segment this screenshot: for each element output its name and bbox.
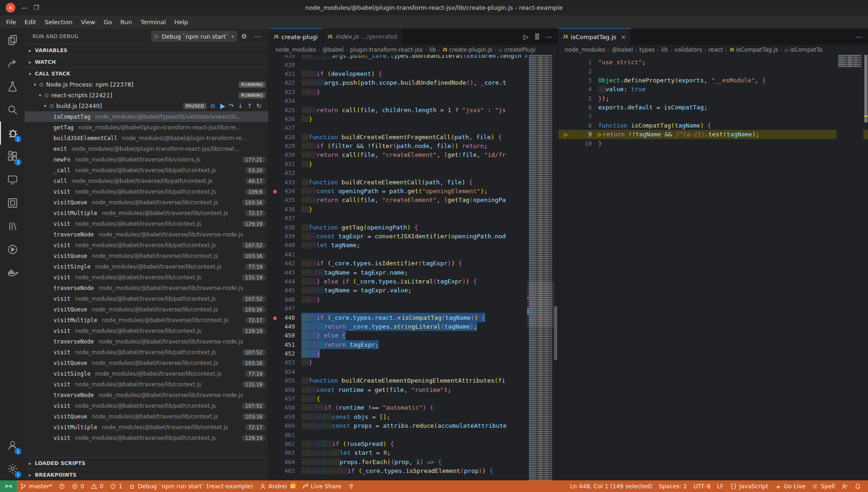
call-stack-frame[interactable]: visitnode_modules/@babel/traverse/lib/pa… xyxy=(25,400,268,411)
code-line[interactable]: 464··········props.forEach((prop, i) => … xyxy=(269,458,558,466)
minimap-right[interactable] xyxy=(836,55,863,480)
call-stack-frame[interactable]: callnode_modules/@babel/traverse/lib/pat… xyxy=(25,175,268,186)
breadcrumb-item[interactable]: react xyxy=(708,47,723,53)
call-stack-frame[interactable]: visitnode_modules/@babel/traverse/lib/co… xyxy=(25,218,268,229)
code-line[interactable]: 1"use strict"; xyxy=(558,58,868,67)
code-line[interactable]: 424 xyxy=(269,96,558,105)
call-stack-frame[interactable]: exitnode_modules/@babel/plugin-transform… xyxy=(25,143,268,154)
code-line[interactable]: 420 xyxy=(269,60,558,69)
activity-item-run-circle[interactable] xyxy=(0,238,25,261)
code-line[interactable]: 451······return tagExpr; xyxy=(269,340,558,349)
code-line[interactable]: 440····let tagName; xyxy=(269,241,558,249)
code-line[interactable]: 447 xyxy=(269,304,558,313)
tab-iscompattag-js[interactable]: JSisCompatTag.js× xyxy=(558,28,631,45)
activity-item-settings[interactable]: 1 xyxy=(0,457,25,480)
code-line[interactable]: 8function isCompatTag(tagName) { xyxy=(558,121,868,130)
call-stack-frame[interactable]: visitnode_modules/@babel/traverse/lib/co… xyxy=(25,379,268,390)
status-item-0[interactable]: 0 xyxy=(68,480,87,492)
activity-item-extensions[interactable]: 3 xyxy=(0,145,25,168)
code-line[interactable]: 421····if (development) { xyxy=(269,69,558,78)
status-item-utf-8[interactable]: UTF-8 xyxy=(690,480,714,492)
call-stack-frame[interactable]: visitnode_modules/@babel/traverse/lib/pa… xyxy=(25,293,268,304)
code-line[interactable]: 6exports.default = isCompatTag; xyxy=(558,103,868,112)
minimap-viewport[interactable] xyxy=(527,282,554,327)
menu-edit[interactable]: Edit xyxy=(20,17,40,27)
loaded-scripts-section-header[interactable]: ▸ LOADED SCRIPTS xyxy=(25,457,268,469)
code-line[interactable]: 437 xyxy=(269,214,558,222)
call-stack-frame[interactable]: visitnode_modules/@babel/traverse/lib/pa… xyxy=(25,432,268,443)
code-line[interactable]: 453··} xyxy=(269,358,558,367)
code-line[interactable]: 454 xyxy=(269,367,558,376)
call-stack-frame[interactable]: visitnode_modules/@babel/traverse/lib/co… xyxy=(25,325,268,336)
status-item[interactable] xyxy=(55,480,68,492)
activity-item-search[interactable] xyxy=(0,98,25,121)
breadcrumb-item[interactable]: JSisCompatTag.js xyxy=(729,47,778,53)
code-line[interactable]: 463··········let start = 0; xyxy=(269,448,558,457)
activity-item-explorer[interactable] xyxy=(0,28,25,52)
menu-view[interactable]: View xyxy=(77,17,100,27)
breadcrumb-item[interactable]: types xyxy=(639,47,654,53)
status-item-spaces[interactable]: Spaces: 2 xyxy=(655,480,690,492)
call-stack-section-header[interactable]: ▾ CALL STACK xyxy=(25,67,268,79)
debug-settings-gear-icon[interactable]: ⚙ xyxy=(237,33,251,40)
minimap-left[interactable] xyxy=(527,55,554,480)
code-line[interactable]: 419········args.push(_core.types.boolean… xyxy=(269,55,558,60)
status-item-spell[interactable]: Spell xyxy=(808,480,838,492)
code-line[interactable]: 423····} xyxy=(269,88,558,96)
breadcrumb-item[interactable]: validators xyxy=(674,47,702,53)
code-line[interactable]: 429····if (filter && !filter(path.node, … xyxy=(269,142,558,150)
code-line[interactable]: 7 xyxy=(558,112,868,121)
start-debug-icon[interactable]: ▷ xyxy=(155,33,159,40)
menu-selection[interactable]: Selection xyxy=(40,17,77,27)
scrollbar-left[interactable] xyxy=(554,55,558,480)
code-line[interactable]: 432 xyxy=(269,168,558,177)
code-line[interactable]: 456····const runtime = get(file, "runtim… xyxy=(269,385,558,394)
code-line[interactable]: 450····} else { xyxy=(269,331,558,340)
activity-item-accounts[interactable]: 1 xyxy=(0,434,25,457)
activity-item-testing[interactable] xyxy=(0,75,25,98)
menu-file[interactable]: File xyxy=(2,17,20,27)
remote-indicator[interactable]: >< xyxy=(0,480,17,492)
code-line[interactable]: 442····if (_core.types.isIdentifier(tagE… xyxy=(269,259,558,268)
activity-item-remote-explorer[interactable] xyxy=(0,168,25,191)
breadcrumb-item[interactable]: plugin-transform-react-jsx xyxy=(350,47,422,53)
status-item-go[interactable]: Go Live xyxy=(772,480,809,492)
editor-iscompattag[interactable]: 1"use strict";23Object.defineProperty(ex… xyxy=(558,55,868,480)
sidebar-more-actions-icon[interactable]: ⋯ xyxy=(251,33,265,40)
status-item-ln[interactable]: Ln 448, Col 1 (149 selected) xyxy=(567,480,655,492)
more-actions-icon[interactable]: ⋯ xyxy=(546,33,552,40)
call-stack-session[interactable]: ▾⊙Node.js Process: npm [22378]RUNNING xyxy=(25,79,268,90)
call-stack-frame[interactable]: getTagnode_modules/@babel/plugin-transfo… xyxy=(25,122,268,133)
editor-create-plugin[interactable]: ⠿|▶↷↓↑↻ 419········args.push(_core.types… xyxy=(269,55,558,480)
code-line[interactable]: 428··function buildCreateElementFragment… xyxy=(269,133,558,142)
step-out-icon[interactable]: ↑ xyxy=(247,102,252,109)
status-item-0[interactable]: 0 xyxy=(87,480,107,492)
code-line[interactable]: 461 xyxy=(269,430,558,439)
code-line[interactable]: ▷9▷return !!tagName && /^[a-z]/.test(tag… xyxy=(558,130,868,139)
call-stack-frame[interactable]: newFnnode_modules/@babel/traverse/lib/vi… xyxy=(25,154,268,165)
code-line[interactable]: 441 xyxy=(269,250,558,259)
call-stack-frame[interactable]: isCompatTagnode_modules/@babel/types/lib… xyxy=(25,111,268,122)
continue-icon[interactable]: |▶ xyxy=(220,102,224,109)
code-line[interactable]: 460········const props = attribs.reduce(… xyxy=(269,421,558,430)
code-line[interactable]: 5}); xyxy=(558,94,868,103)
breadcrumb-item[interactable]: JScreate-plugin.js xyxy=(442,47,492,53)
code-line[interactable]: 431··} xyxy=(269,160,558,168)
code-line[interactable]: 425····return call(file, children.length… xyxy=(269,105,558,114)
call-stack-session[interactable]: ▾⊙react-scripts [22421]RUNNING xyxy=(25,90,268,101)
code-line[interactable]: 462········if (!useSpread) { xyxy=(269,439,558,448)
close-icon[interactable]: × xyxy=(621,34,626,40)
call-stack-frame[interactable]: traverseNodenode_modules/@babel/traverse… xyxy=(25,283,268,293)
run-button-icon[interactable]: ▷ xyxy=(523,33,528,40)
step-into-icon[interactable]: ↓ xyxy=(238,102,243,109)
code-line[interactable]: 458······if (runtime !== "automatic") { xyxy=(269,403,558,412)
breadcrumb-item[interactable]: node_modules xyxy=(275,47,316,53)
status-item-andrei[interactable]: Andrei xyxy=(256,480,299,492)
status-item-lf[interactable]: LF xyxy=(714,480,727,492)
code-line[interactable]: 459········const objs = []; xyxy=(269,412,558,421)
step-over-icon[interactable]: ↷ xyxy=(228,102,234,109)
code-line[interactable]: 422······args.push(path.scope.buildUndef… xyxy=(269,78,558,87)
call-stack-frame[interactable]: visitnode_modules/@babel/traverse/lib/pa… xyxy=(25,240,268,250)
call-stack-frame[interactable]: _callnode_modules/@babel/traverse/lib/pa… xyxy=(25,165,268,175)
code-line[interactable]: 3Object.defineProperty(exports, "__esMod… xyxy=(558,76,868,85)
